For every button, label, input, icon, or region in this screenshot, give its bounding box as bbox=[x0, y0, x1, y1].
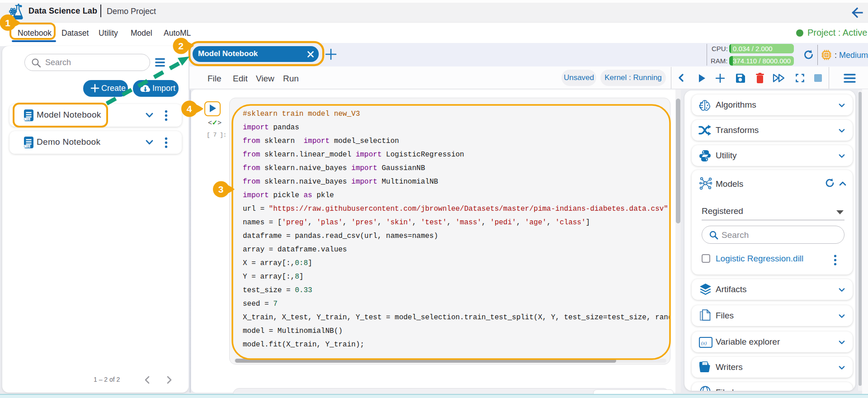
svg-text:<0>: <0> bbox=[26, 145, 30, 148]
svg-text:(x): (x) bbox=[701, 340, 707, 346]
svg-text:<0>: <0> bbox=[26, 118, 30, 121]
